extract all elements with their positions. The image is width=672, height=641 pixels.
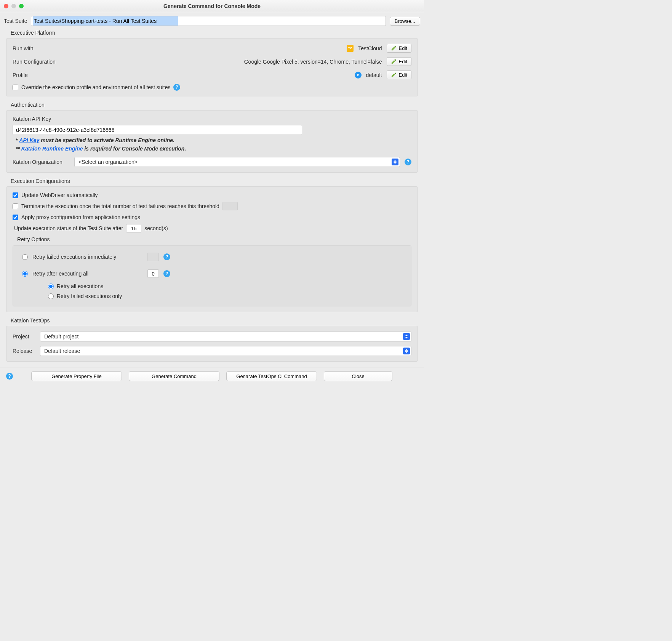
run-with-edit-button[interactable]: Edit [387,44,411,53]
retry-all-radio[interactable] [48,284,54,289]
testops-panel: Project Default project Release Default … [6,326,418,362]
release-select[interactable]: Default release [40,346,411,356]
retry-after-radio[interactable] [22,271,28,277]
exec-config-panel: Update WebDriver automatically Terminate… [6,186,418,312]
authentication-panel: Katalon API Key * API Key must be specif… [6,110,418,173]
help-icon[interactable]: ? [6,373,13,380]
profile-edit-button[interactable]: Edit [387,71,411,79]
pencil-icon [391,45,397,51]
update-status-suffix: second(s) [144,225,168,231]
dropdown-icon [403,348,410,354]
executive-platform-title: Executive Platform [11,30,420,36]
api-key-link[interactable]: API Key [19,137,39,143]
help-icon[interactable]: ? [405,159,411,165]
runtime-engine-note: ** Katalon Runtime Engine is required fo… [16,146,411,152]
dropdown-icon [403,333,410,340]
browse-button[interactable]: Browse... [390,17,420,26]
help-icon[interactable]: ? [163,270,170,277]
profile-icon: x [355,72,362,79]
project-label: Project [13,333,35,340]
dropdown-icon [392,159,398,165]
test-suite-label: Test Suite [4,18,27,24]
apply-proxy-checkbox[interactable] [13,215,18,220]
api-key-note: * API Key must be specified to activate … [16,137,411,143]
project-select[interactable]: Default project [40,332,411,341]
pencil-icon [391,72,397,78]
titlebar: Generate Command for Console Mode [0,0,424,12]
generate-property-file-button[interactable]: Generate Property File [31,371,122,381]
run-config-edit-button[interactable]: Edit [387,57,411,66]
retry-all-label: Retry all executions [57,283,103,289]
retry-immediate-radio[interactable] [22,254,28,260]
run-config-value: Google Google Pixel 5, version=14, Chrom… [244,59,382,65]
profile-label: Profile [13,72,28,78]
update-status-input[interactable] [126,224,141,232]
exec-config-title: Execution Configurations [11,178,420,184]
override-label: Override the execution profile and envir… [21,84,170,90]
testcloud-icon: TC [347,45,354,52]
override-checkbox[interactable] [13,85,18,90]
retry-failed-only-label: Retry failed executions only [57,293,122,299]
footer: ? Generate Property File Generate Comman… [0,367,424,386]
release-label: Release [13,348,35,354]
testops-title: Katalon TestOps [11,317,420,324]
help-icon[interactable]: ? [173,84,180,91]
authentication-title: Authentication [11,102,420,108]
window-title: Generate Command for Console Mode [0,3,424,9]
generate-testops-ci-button[interactable]: Genarate TestOps CI Command [226,371,317,381]
update-webdriver-checkbox[interactable] [13,192,18,198]
apply-proxy-label: Apply proxy configuration from applicati… [21,214,140,220]
run-with-label: Run with [13,45,33,51]
retry-after-label: Retry after executing all [32,271,143,277]
retry-failed-only-radio[interactable] [48,293,54,299]
pencil-icon [391,59,397,64]
retry-after-input[interactable] [147,269,159,278]
retry-immediate-label: Retry failed executions immediately [32,254,143,260]
close-button[interactable]: Close [324,371,392,381]
org-label: Katalon Organization [13,159,70,165]
terminate-threshold-input [222,202,238,210]
test-suite-input[interactable] [31,16,386,26]
generate-command-button[interactable]: Generate Command [129,371,219,381]
runtime-engine-link[interactable]: Katalon Runtime Engine [21,146,83,152]
run-with-value: TestCloud [358,45,382,51]
retry-options-title: Retry Options [17,236,411,242]
profile-value: default [366,72,382,78]
retry-panel: Retry failed executions immediately ? Re… [13,245,411,306]
run-config-label: Run Configuration [13,59,56,65]
terminate-label: Terminate the execution once the total n… [21,203,219,209]
executive-platform-panel: Run with TC TestCloud Edit Run Configura… [6,38,418,96]
update-status-prefix: Update execution status of the Test Suit… [14,225,123,231]
org-select[interactable]: <Select an organization> [74,157,400,167]
help-icon[interactable]: ? [163,253,170,260]
api-key-label: Katalon API Key [13,116,411,122]
terminate-checkbox[interactable] [13,204,18,209]
update-webdriver-label: Update WebDriver automatically [21,192,98,198]
api-key-input[interactable] [13,125,302,135]
retry-immediate-input [147,253,159,261]
